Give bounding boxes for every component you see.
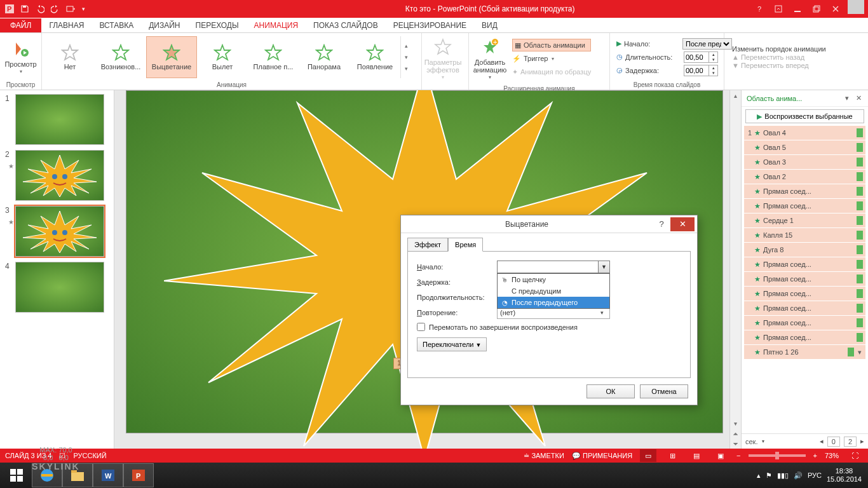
taskbar-powerpoint[interactable]: P: [123, 463, 154, 487]
tab-home[interactable]: ГЛАВНАЯ: [41, 18, 92, 32]
thumb-1[interactable]: 1: [5, 94, 109, 145]
pane-close-icon[interactable]: ✕: [854, 94, 863, 103]
dialog-help-icon[interactable]: ?: [653, 219, 670, 229]
reading-view-icon[interactable]: ▤: [688, 449, 705, 462]
trigger-button[interactable]: ⚡Триггер▾: [512, 52, 591, 65]
dlg-opt-withprev[interactable]: С предыдущим: [498, 285, 609, 297]
anim-tile-0[interactable]: Нет: [44, 36, 95, 78]
minimize-icon[interactable]: [788, 0, 807, 18]
tab-file[interactable]: ФАЙЛ: [0, 18, 41, 32]
anim-tile-1[interactable]: Возникнов...: [95, 36, 146, 78]
preview-button[interactable]: Просмотр▾: [3, 36, 39, 78]
prev-slide-icon[interactable]: ⏶: [730, 428, 741, 438]
anim-tile-3[interactable]: Вылет: [197, 36, 248, 78]
tab-slideshow[interactable]: ПОКАЗ СЛАЙДОВ: [306, 18, 386, 32]
comments-button[interactable]: 💬 ПРИМЕЧАНИЯ: [572, 452, 632, 460]
animation-pane-toggle[interactable]: ▦Область анимации: [512, 39, 591, 51]
anim-item[interactable]: 1★Овал 4: [744, 126, 865, 140]
anim-item[interactable]: ★Овал 3: [744, 155, 865, 169]
dlg-start-combo[interactable]: ▼ 🖱По щелчку С предыдущим ◔После предыду…: [497, 261, 610, 273]
ribbon-display-icon[interactable]: [769, 0, 788, 18]
duration-spinner[interactable]: ▴▾: [684, 51, 718, 63]
tray-keyboard[interactable]: РУС: [808, 471, 822, 479]
anim-tile-2[interactable]: Выцветание: [146, 36, 197, 78]
anim-item[interactable]: ★Овал 5: [744, 140, 865, 154]
tray-network-icon[interactable]: ▮▮▯: [777, 471, 789, 480]
chevron-down-icon[interactable]: ▼: [598, 261, 609, 273]
tray-flag-icon[interactable]: ⚑: [766, 471, 772, 480]
tab-view[interactable]: ВИД: [474, 18, 505, 32]
account-placeholder[interactable]: [848, 0, 864, 14]
dlg-rewind-checkbox[interactable]: [417, 323, 425, 331]
anim-item[interactable]: ★Прямая соед...: [744, 199, 865, 213]
scroll-down-icon[interactable]: ▾: [730, 418, 741, 428]
anim-item[interactable]: ★Прямая соед...: [744, 316, 865, 330]
timeline-pos-0[interactable]: 0: [827, 437, 840, 447]
dlg-opt-onclick[interactable]: 🖱По щелчку: [498, 274, 609, 285]
undo-icon[interactable]: [33, 2, 47, 16]
taskbar-ie[interactable]: [32, 463, 62, 487]
thumb-2[interactable]: 2★: [5, 150, 109, 201]
zoom-slider[interactable]: [749, 454, 806, 457]
thumb-4[interactable]: 4: [5, 262, 109, 313]
play-selected-button[interactable]: ▶Воспроизвести выбранные: [745, 109, 864, 123]
anim-item[interactable]: ★Прямая соед...: [744, 257, 865, 271]
normal-view-icon[interactable]: ▭: [640, 449, 656, 462]
item-dropdown-icon[interactable]: ▾: [857, 348, 863, 356]
timeline-pos-2[interactable]: 2: [844, 437, 857, 447]
next-slide-icon[interactable]: ⏷: [730, 438, 741, 449]
anim-item[interactable]: ★Капля 15: [744, 228, 865, 242]
gallery-scroll[interactable]: ▴▾▾: [400, 36, 412, 78]
slideshow-view-icon[interactable]: ▣: [712, 449, 729, 462]
anim-tile-6[interactable]: Появление: [349, 36, 400, 78]
save-icon[interactable]: [18, 2, 32, 16]
thumb-3[interactable]: 3★: [5, 206, 109, 257]
anim-item[interactable]: ★Пятно 1 26▾: [744, 345, 865, 359]
language-indicator[interactable]: РУССКИЙ: [73, 452, 106, 459]
add-animation-button[interactable]: + Добавить анимацию▾: [471, 34, 508, 83]
start-from-beginning-icon[interactable]: [64, 2, 78, 16]
anim-item[interactable]: ★Дуга 8: [744, 243, 865, 257]
anim-item[interactable]: ★Прямая соед...: [744, 330, 865, 344]
spellcheck-icon[interactable]: ☑: [59, 452, 65, 460]
zoom-level[interactable]: 73%: [825, 452, 839, 459]
anim-item[interactable]: ★Овал 2: [744, 170, 865, 184]
tab-animation[interactable]: АНИМАЦИЯ: [247, 18, 306, 32]
dialog-close-icon[interactable]: ✕: [670, 217, 695, 231]
notes-button[interactable]: ≐ ЗАМЕТКИ: [524, 452, 564, 460]
anim-item[interactable]: ★Прямая соед...: [744, 184, 865, 198]
fit-to-window-icon[interactable]: ⛶: [846, 449, 863, 462]
anim-item[interactable]: ★Прямая соед...: [744, 272, 865, 286]
dlg-ok-button[interactable]: ОК: [587, 384, 635, 398]
taskbar-explorer[interactable]: [62, 463, 93, 487]
anim-item[interactable]: ★Прямая соед...: [744, 301, 865, 315]
app-icon[interactable]: P: [3, 2, 17, 16]
taskbar-word[interactable]: W: [93, 463, 123, 487]
dlg-triggers-button[interactable]: Переключатели ▼: [417, 337, 487, 351]
animation-gallery[interactable]: НетВозникнов...ВыцветаниеВылетПлавное п.…: [44, 36, 400, 78]
redo-icon[interactable]: [48, 2, 62, 16]
help-icon[interactable]: ?: [750, 0, 769, 18]
close-icon[interactable]: [826, 0, 845, 18]
start-button[interactable]: [1, 463, 32, 487]
anim-tile-5[interactable]: Панорама: [299, 36, 349, 78]
dialog-tab-effect[interactable]: Эффект: [407, 238, 448, 252]
dlg-cancel-button[interactable]: Отмена: [640, 384, 688, 398]
tray-clock[interactable]: 18:3815.06.2014: [827, 467, 862, 484]
dlg-opt-afterprev[interactable]: ◔После предыдущего: [498, 297, 609, 308]
pane-dropdown-icon[interactable]: ▾: [843, 94, 851, 103]
anim-tile-4[interactable]: Плавное п...: [248, 36, 299, 78]
slide-editor[interactable]: 1 Выцветание ? ✕ Эффект Время Начало:: [114, 90, 741, 449]
tab-insert[interactable]: ВСТАВКА: [92, 18, 141, 32]
scroll-up-icon[interactable]: ▴: [730, 90, 741, 100]
delay-spinner[interactable]: ▴▾: [684, 65, 718, 76]
dialog-tab-time[interactable]: Время: [448, 238, 483, 252]
tray-volume-icon[interactable]: 🔊: [794, 471, 803, 480]
tray-expand-icon[interactable]: ▴: [757, 471, 761, 480]
anim-item[interactable]: ★Прямая соед...: [744, 287, 865, 301]
qat-customize-icon[interactable]: ▾: [79, 2, 88, 16]
anim-item[interactable]: ★Сердце 1: [744, 214, 865, 227]
restore-icon[interactable]: [807, 0, 826, 18]
tab-review[interactable]: РЕЦЕНЗИРОВАНИЕ: [386, 18, 474, 32]
tab-transitions[interactable]: ПЕРЕХОДЫ: [188, 18, 247, 32]
